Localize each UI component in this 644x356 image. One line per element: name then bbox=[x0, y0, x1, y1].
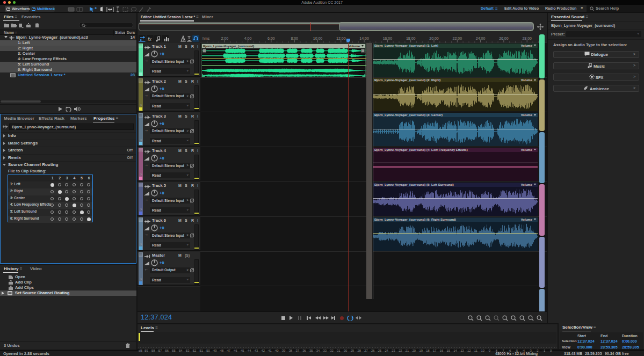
svg-text:-31: -31 bbox=[336, 349, 340, 352]
svg-text:22:00: 22:00 bbox=[453, 37, 462, 40]
svg-text:-36: -36 bbox=[301, 349, 306, 352]
svg-text:-9: -9 bbox=[488, 349, 490, 352]
svg-text:18:00: 18:00 bbox=[406, 37, 416, 40]
svg-text:-45: -45 bbox=[240, 349, 244, 352]
svg-text:-12: -12 bbox=[466, 349, 471, 352]
svg-text:10:00: 10:00 bbox=[313, 37, 323, 40]
svg-text:-55: -55 bbox=[171, 349, 175, 352]
svg-text:-24: -24 bbox=[384, 349, 389, 352]
svg-text:-58: -58 bbox=[150, 349, 155, 352]
svg-text:-46: -46 bbox=[233, 349, 237, 352]
svg-text:16:00: 16:00 bbox=[383, 37, 393, 40]
svg-text:-42: -42 bbox=[261, 349, 265, 352]
svg-text:8:00: 8:00 bbox=[291, 37, 298, 40]
svg-text:hms: hms bbox=[202, 37, 210, 40]
svg-text:-30: -30 bbox=[343, 349, 347, 352]
svg-text:24:00: 24:00 bbox=[476, 37, 486, 40]
svg-text:-2: -2 bbox=[536, 349, 538, 352]
svg-text:-22: -22 bbox=[397, 349, 402, 352]
svg-text:-3: -3 bbox=[529, 349, 532, 352]
svg-text:-33: -33 bbox=[322, 349, 327, 352]
svg-text:-21: -21 bbox=[404, 349, 409, 352]
svg-text:-54: -54 bbox=[178, 349, 183, 352]
svg-text:-1: -1 bbox=[542, 349, 545, 352]
svg-text:-52: -52 bbox=[192, 349, 196, 352]
svg-text:-40: -40 bbox=[274, 349, 278, 352]
svg-text:-56: -56 bbox=[164, 349, 169, 352]
svg-text:-53: -53 bbox=[185, 349, 189, 352]
svg-text:2:00: 2:00 bbox=[221, 37, 228, 40]
svg-text:-18: -18 bbox=[425, 349, 429, 352]
svg-text:-26: -26 bbox=[370, 349, 374, 352]
svg-text:-5: -5 bbox=[515, 349, 518, 352]
svg-text:-47: -47 bbox=[226, 349, 230, 352]
svg-text:-4: -4 bbox=[522, 349, 525, 352]
svg-text:-11: -11 bbox=[473, 349, 477, 352]
svg-text:-17: -17 bbox=[432, 349, 436, 352]
svg-text:-19: -19 bbox=[418, 349, 423, 352]
svg-text:-38: -38 bbox=[288, 349, 292, 352]
svg-text:-7: -7 bbox=[502, 349, 504, 352]
svg-text:-39: -39 bbox=[281, 349, 285, 352]
svg-text:6:00: 6:00 bbox=[267, 37, 275, 40]
svg-text:-44: -44 bbox=[247, 349, 251, 352]
svg-text:4:00: 4:00 bbox=[244, 37, 252, 40]
svg-text:-13: -13 bbox=[459, 349, 464, 352]
svg-text:-20: -20 bbox=[411, 349, 416, 352]
svg-text:28:00: 28:00 bbox=[522, 37, 532, 40]
svg-text:-59: -59 bbox=[143, 349, 148, 352]
svg-text:-57: -57 bbox=[157, 349, 162, 352]
svg-text:-23: -23 bbox=[390, 349, 395, 352]
svg-text:-8: -8 bbox=[495, 349, 497, 352]
svg-text:-15: -15 bbox=[446, 349, 450, 352]
svg-text:0: 0 bbox=[550, 349, 552, 352]
svg-text:-35: -35 bbox=[308, 349, 313, 352]
svg-text:20:00: 20:00 bbox=[429, 37, 439, 40]
svg-text:-32: -32 bbox=[329, 349, 333, 352]
svg-text:-49: -49 bbox=[212, 349, 216, 352]
svg-text:-43: -43 bbox=[254, 349, 258, 352]
svg-text:14:00: 14:00 bbox=[359, 37, 369, 40]
svg-text:-25: -25 bbox=[377, 349, 381, 352]
svg-text:-34: -34 bbox=[315, 349, 320, 352]
svg-text:-37: -37 bbox=[295, 349, 299, 352]
svg-text:-27: -27 bbox=[363, 349, 367, 352]
svg-text:-29: -29 bbox=[350, 349, 354, 352]
svg-text:-28: -28 bbox=[357, 349, 361, 352]
svg-text:12:00: 12:00 bbox=[336, 37, 346, 40]
svg-text:-48: -48 bbox=[219, 349, 223, 352]
svg-text:-10: -10 bbox=[480, 349, 484, 352]
svg-text:26:00: 26:00 bbox=[499, 37, 509, 40]
svg-text:-6: -6 bbox=[508, 349, 511, 352]
svg-text:-41: -41 bbox=[267, 349, 271, 352]
svg-text:-50: -50 bbox=[205, 349, 209, 352]
svg-text:-14: -14 bbox=[452, 349, 457, 352]
svg-text:-16: -16 bbox=[439, 349, 443, 352]
svg-text:dB: dB bbox=[139, 349, 142, 352]
svg-text:-51: -51 bbox=[199, 349, 203, 352]
